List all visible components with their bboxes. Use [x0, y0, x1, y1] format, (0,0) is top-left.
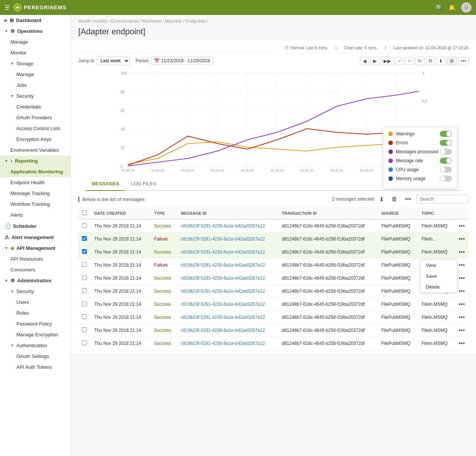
row-checkbox[interactable] — [82, 301, 87, 306]
sidebar-item-storage[interactable]: ▼ Storage — [0, 58, 70, 69]
breadcrumb-health[interactable]: Health monitor — [78, 19, 107, 24]
row-menu-cell[interactable]: ••• — [455, 298, 469, 311]
chart-zoom-in-btn[interactable]: ⤡ — [405, 57, 414, 65]
row-message-id[interactable]: c819b23f-5291-4230-8a1e-b42ad3267a12 — [177, 219, 278, 233]
sidebar-item-access-control[interactable]: Access Control Lists — [0, 123, 70, 134]
row-menu-button[interactable]: ••• — [458, 340, 465, 347]
jump-to-select[interactable]: Last week — [97, 56, 130, 65]
select-all-checkbox[interactable] — [82, 210, 87, 215]
date-picker[interactable]: 📅 11/23/2018 - 11/29/2018 — [151, 57, 213, 65]
hamburger-icon[interactable]: ☰ — [4, 4, 10, 11]
row-message-id[interactable]: c819b23f-5291-4230-8a1e-b42ad3267a12 — [177, 272, 278, 285]
avatar[interactable]: U — [461, 2, 472, 13]
breadcrumb-environments[interactable]: Environments — [111, 19, 138, 24]
breadcrumb-machines[interactable]: Machines — [142, 19, 161, 24]
row-menu-button[interactable]: ••• — [458, 301, 465, 308]
sidebar-item-reporting[interactable]: ▼ ● Reporting — [0, 155, 70, 166]
sidebar-item-dashboard[interactable]: ▶ ⊞ Dashboard — [0, 15, 70, 26]
row-checkbox[interactable] — [82, 288, 87, 293]
sidebar-item-roles[interactable]: Roles — [0, 308, 70, 318]
chart-more-btn[interactable]: ••• — [458, 57, 469, 65]
download-button[interactable]: ⬇ — [377, 195, 386, 204]
sidebar-item-credentials[interactable]: Credentials — [0, 101, 70, 112]
sidebar-item-consumers[interactable]: Consumers — [0, 264, 70, 275]
row-checkbox-cell[interactable] — [78, 219, 91, 233]
row-message-id[interactable]: c819b23f-5291-4230-8a1e-b42ad3267a12 — [177, 259, 278, 272]
sidebar-item-oauth-providers[interactable]: OAuth Providers — [0, 112, 70, 123]
chart-forward-btn[interactable]: ▶▶ — [381, 57, 394, 65]
messages-processed-toggle[interactable] — [440, 149, 452, 155]
sidebar-item-endpoint-health[interactable]: Endpoint Health — [0, 177, 70, 188]
row-message-id[interactable]: c819b23f-5291-4230-8a1e-b42ad3267a12 — [177, 298, 278, 311]
chart-copy-btn[interactable]: ⧉ — [426, 56, 435, 65]
sidebar-item-workflow-tracking[interactable]: Workflow Tracking — [0, 199, 70, 210]
row-menu-cell[interactable]: ••• — [455, 246, 469, 259]
sidebar-item-security[interactable]: ▼ Security — [0, 91, 70, 101]
sidebar-item-password-policy[interactable]: Password Policy — [0, 318, 70, 329]
row-menu-button[interactable]: ••• — [458, 275, 465, 282]
row-checkbox[interactable] — [82, 236, 87, 241]
row-checkbox[interactable] — [82, 327, 87, 332]
row-message-id[interactable]: c819b23f-5291-4230-8a1e-b42ad3267a12 — [177, 233, 278, 246]
sidebar-item-api-auth-tokens[interactable]: API Auth Tokens — [0, 362, 70, 372]
row-checkbox-cell[interactable] — [78, 272, 91, 285]
row-menu-cell[interactable]: ••• — [455, 311, 469, 324]
sidebar-item-monitor[interactable]: Monitor — [0, 47, 70, 58]
row-menu-cell[interactable]: ••• — [455, 324, 469, 337]
sidebar-item-manage[interactable]: Manage — [0, 37, 70, 47]
row-message-id[interactable]: c819b23f-5291-4230-8a1e-b42ad3267a12 — [177, 324, 278, 337]
row-checkbox-cell[interactable] — [78, 259, 91, 272]
sidebar-item-message-tracking[interactable]: Message Tracking — [0, 188, 70, 199]
row-menu-cell[interactable]: ••• — [455, 337, 469, 350]
sidebar-item-api-resources[interactable]: API Resources — [0, 254, 70, 264]
row-menu-button[interactable]: ••• — [458, 314, 465, 321]
sidebar-item-api-management[interactable]: ▼ ◆ API Management — [0, 243, 70, 254]
row-checkbox[interactable] — [82, 340, 87, 345]
sidebar-item-administration[interactable]: ▼ ⚙ Administration — [0, 275, 70, 286]
sidebar-item-adm-security[interactable]: ▼ Security — [0, 286, 70, 297]
sidebar-item-oauth-settings[interactable]: OAuth Settings — [0, 351, 70, 362]
sidebar-item-alert-management[interactable]: ⚠ Alert management — [0, 232, 70, 243]
row-checkbox[interactable] — [82, 223, 87, 228]
errors-toggle[interactable] — [440, 140, 452, 146]
sidebar-item-storage-jobs[interactable]: Jobs — [0, 80, 70, 91]
row-checkbox-cell[interactable] — [78, 298, 91, 311]
cpu-usage-toggle[interactable] — [440, 167, 452, 173]
row-message-id[interactable]: c819b23f-5291-4230-8a1e-b42ad3267a12 — [177, 246, 278, 259]
row-checkbox-cell[interactable] — [78, 311, 91, 324]
chart-download-btn[interactable]: ⬇ — [436, 57, 445, 65]
row-menu-cell[interactable]: ••• — [455, 219, 469, 233]
row-menu-button[interactable]: ••• — [458, 223, 465, 229]
breadcrumb-endpoints[interactable]: Endpoints — [186, 19, 205, 24]
sidebar-item-storage-manage[interactable]: Manage — [0, 69, 70, 80]
row-menu-cell[interactable]: ••• — [455, 233, 469, 246]
delete-button[interactable]: 🗑 — [389, 195, 400, 203]
row-checkbox-cell[interactable] — [78, 337, 91, 350]
bell-icon[interactable]: 🔔 — [448, 4, 456, 11]
search-icon[interactable]: 🔍 — [436, 4, 443, 11]
sidebar-item-authentication[interactable]: ▼ Authentication — [0, 340, 70, 351]
row-menu-button[interactable]: ••• — [458, 288, 465, 295]
tab-log-files[interactable]: LOG FILES — [125, 177, 162, 191]
sidebar-item-app-monitoring[interactable]: Application Monitoring — [0, 166, 70, 177]
sidebar-item-alerts[interactable]: Alerts — [0, 210, 70, 220]
row-checkbox-cell[interactable] — [78, 285, 91, 298]
row-menu-button[interactable]: ••• — [458, 327, 465, 334]
chart-settings-btn[interactable]: ⚙ — [447, 57, 457, 65]
more-actions-button[interactable]: ••• — [403, 195, 413, 203]
sidebar-item-operations[interactable]: ▼ ⚙ Operations — [0, 26, 70, 37]
sidebar-item-manage-encryption[interactable]: Manage Encryption — [0, 329, 70, 340]
context-menu-delete[interactable]: Delete — [420, 282, 457, 292]
search-input[interactable] — [416, 195, 469, 204]
row-message-id[interactable]: c819b23f-5291-4230-8a1e-b42ad3267a12 — [177, 285, 278, 298]
chart-play-btn[interactable]: ▶ — [371, 57, 379, 65]
row-message-id[interactable]: c819b23f-5291-4230-8a1e-b42ad3267a12 — [177, 311, 278, 324]
row-menu-button[interactable]: ••• — [458, 236, 465, 242]
row-checkbox[interactable] — [82, 262, 87, 267]
row-checkbox-cell[interactable] — [78, 324, 91, 337]
sidebar-item-encryption-keys[interactable]: Encryption Keys — [0, 134, 70, 145]
message-rate-toggle[interactable] — [440, 158, 452, 164]
row-checkbox-cell[interactable] — [78, 246, 91, 259]
chart-refresh-btn[interactable]: ↻ — [415, 57, 425, 65]
row-checkbox[interactable] — [82, 249, 87, 254]
